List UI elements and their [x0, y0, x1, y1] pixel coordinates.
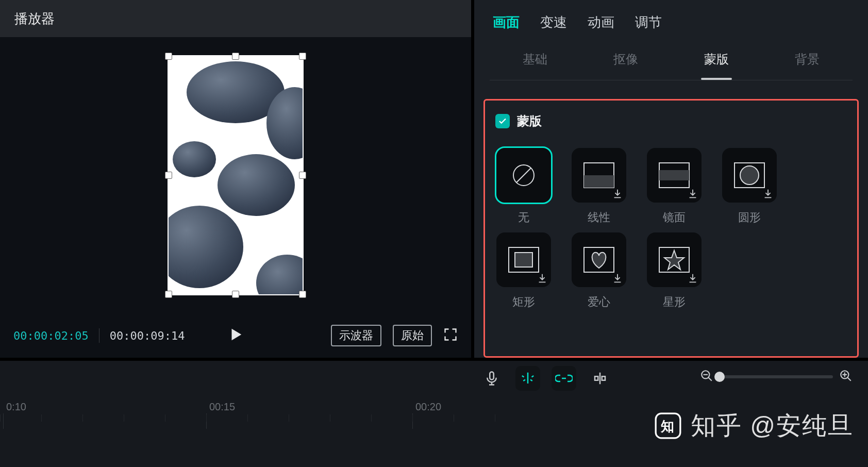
- mask-label: 爱心: [588, 294, 610, 310]
- mask-option-rect[interactable]: 矩形: [495, 232, 552, 310]
- check-icon: [498, 116, 507, 126]
- link-icon: [555, 373, 573, 384]
- resize-handle[interactable]: [299, 53, 306, 60]
- mask-option-none[interactable]: 无: [495, 148, 552, 225]
- mask-thumb[interactable]: [572, 148, 626, 203]
- canvas-area[interactable]: [0, 37, 471, 313]
- subtab-basic[interactable]: 基础: [490, 46, 580, 73]
- tab-speed[interactable]: 变速: [540, 13, 567, 31]
- download-icon: [612, 273, 623, 284]
- mask-option-circle[interactable]: 圆形: [721, 148, 778, 225]
- svg-line-24: [847, 377, 851, 381]
- mask-thumb[interactable]: [496, 148, 551, 203]
- mask-option-star[interactable]: 星形: [646, 232, 703, 310]
- resize-handle[interactable]: [232, 291, 239, 298]
- time-separator: [99, 328, 99, 343]
- ruler-tick-label: 0:10: [6, 401, 26, 412]
- zoom-slider[interactable]: [720, 375, 833, 378]
- mirror-icon: [657, 160, 691, 191]
- time-total: 00:00:09:14: [110, 329, 185, 342]
- resize-handle[interactable]: [165, 291, 172, 298]
- player-header: 播放器: [0, 0, 471, 37]
- mask-thumb[interactable]: [647, 148, 702, 203]
- align-button[interactable]: [588, 366, 612, 391]
- mask-label: 矩形: [512, 294, 535, 310]
- fullscreen-icon: [443, 327, 458, 342]
- subtab-mask[interactable]: 蒙版: [671, 46, 762, 73]
- watermark-text: 知乎 @安纯旦: [691, 409, 854, 442]
- resize-handle[interactable]: [299, 291, 306, 298]
- mask-option-heart[interactable]: 爱心: [571, 232, 627, 310]
- svg-rect-16: [515, 253, 532, 267]
- canvas-selection[interactable]: [169, 56, 303, 294]
- mask-thumb[interactable]: [647, 232, 702, 287]
- zoom-out-button[interactable]: [700, 369, 713, 385]
- magnet-icon: [520, 371, 536, 386]
- oscilloscope-button[interactable]: 示波器: [331, 325, 381, 346]
- timeline-toolbar: [479, 366, 612, 391]
- none-icon: [511, 162, 537, 188]
- zoom-in-icon: [839, 369, 853, 382]
- heart-mask-icon: [582, 244, 616, 275]
- watermark: 知 知乎 @安纯旦: [655, 409, 854, 442]
- tab-picture[interactable]: 画面: [493, 13, 520, 31]
- mask-label: 星形: [663, 294, 686, 310]
- fullscreen-button[interactable]: [443, 327, 458, 344]
- time-current: 00:00:02:05: [13, 329, 89, 342]
- mask-checkbox-row[interactable]: 蒙版: [495, 113, 847, 129]
- svg-point-14: [740, 166, 759, 185]
- magnet-button[interactable]: [515, 366, 540, 391]
- play-icon: [228, 327, 243, 342]
- mask-label: 无: [518, 210, 529, 225]
- link-button[interactable]: [552, 366, 576, 391]
- resize-handle[interactable]: [165, 172, 172, 179]
- subtab-bg[interactable]: 背景: [762, 46, 853, 73]
- svg-point-3: [173, 141, 216, 177]
- tab-animation[interactable]: 动画: [588, 13, 614, 31]
- mask-checkbox-label: 蒙版: [517, 113, 542, 129]
- player-panel: 播放器: [0, 0, 474, 361]
- download-icon: [537, 273, 548, 284]
- preview-content: [169, 56, 303, 294]
- mask-grid: 无 线性: [495, 148, 847, 310]
- mask-checkbox[interactable]: [495, 114, 510, 128]
- tab-adjust[interactable]: 调节: [635, 13, 662, 31]
- mask-thumb[interactable]: [496, 232, 551, 287]
- ruler-tick: 00:15: [206, 401, 232, 413]
- resize-handle[interactable]: [232, 53, 239, 60]
- mask-thumb[interactable]: [572, 232, 626, 287]
- svg-rect-19: [490, 372, 494, 380]
- zhihu-logo-icon: 知: [655, 412, 681, 439]
- ruler-tick-label: 00:20: [415, 401, 441, 412]
- ruler-tick: 00:20: [412, 401, 438, 413]
- download-icon: [762, 188, 774, 199]
- mask-label: 圆形: [738, 210, 761, 225]
- resize-handle[interactable]: [299, 172, 306, 179]
- timeline-panel: 0:1000:1500:20 知 知乎 @安纯旦: [0, 361, 868, 467]
- microphone-icon: [484, 371, 499, 386]
- mask-thumb[interactable]: [722, 148, 777, 203]
- zoom-slider-thumb[interactable]: [714, 372, 725, 382]
- linear-icon: [582, 160, 616, 191]
- mask-option-mirror[interactable]: 镜面: [646, 148, 703, 225]
- circle-mask-icon: [732, 160, 766, 191]
- svg-rect-10: [584, 175, 614, 188]
- svg-rect-12: [659, 170, 689, 180]
- zoom-in-button[interactable]: [839, 369, 853, 385]
- download-icon: [687, 273, 698, 284]
- svg-text:知: 知: [660, 419, 675, 434]
- mic-button[interactable]: [479, 366, 504, 391]
- player-title: 播放器: [14, 10, 55, 28]
- align-icon: [592, 371, 608, 386]
- download-icon: [687, 188, 698, 199]
- mask-label: 线性: [588, 210, 610, 225]
- play-button[interactable]: [228, 327, 243, 344]
- mask-option-linear[interactable]: 线性: [571, 148, 627, 225]
- svg-point-4: [218, 154, 295, 216]
- subtab-cutout[interactable]: 抠像: [580, 46, 671, 73]
- original-button[interactable]: 原始: [393, 325, 432, 346]
- mask-label: 镜面: [663, 210, 686, 225]
- resize-handle[interactable]: [165, 53, 172, 60]
- svg-line-8: [516, 168, 531, 182]
- player-controls: 00:00:02:05 00:00:09:14 示波器 原始: [0, 313, 471, 358]
